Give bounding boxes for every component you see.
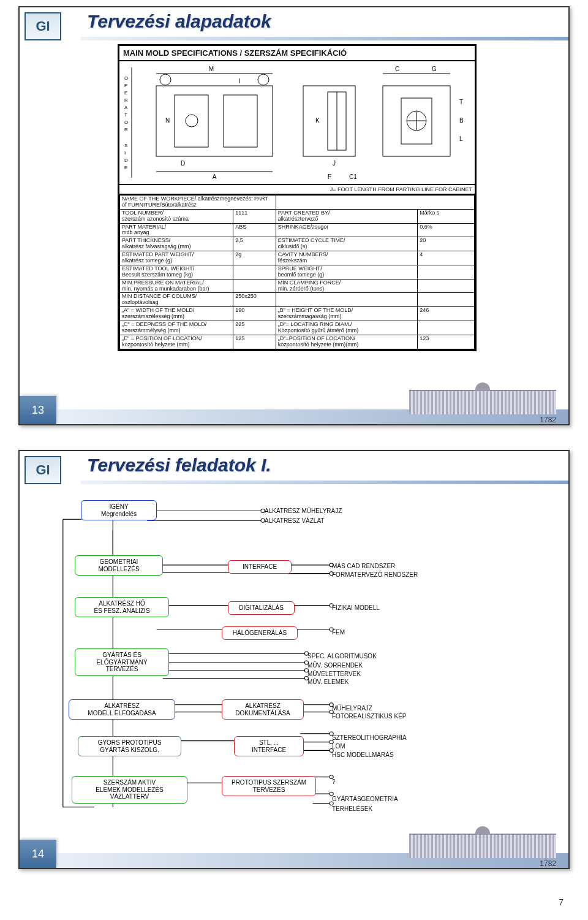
svg-point-16	[160, 74, 171, 85]
spec-cell: PART MATERIAL/ mdb anyag	[120, 223, 233, 237]
building-year: 1782	[540, 859, 556, 868]
svg-text:J: J	[333, 160, 336, 167]
spec-footnote: J= FOOT LENGTH FROM PARTING LINE FOR CAB…	[119, 185, 475, 195]
svg-text:S: S	[124, 143, 127, 148]
table-row: NAME OF THE WORKPIECE/ alkatrészmegnevez…	[120, 196, 475, 210]
spec-cell: SPRUE WEIGHT/ beömlő tömege (g)	[276, 265, 418, 279]
svg-text:K: K	[315, 117, 320, 124]
svg-text:G: G	[432, 66, 437, 72]
slide-13: GI Tervezési alapadatok MAIN MOLD SPECIF…	[18, 6, 570, 425]
spec-cell: 246	[418, 307, 475, 321]
svg-text:O: O	[124, 75, 128, 81]
table-row: PART MATERIAL/ mdb anyagABSSHRINKAGE/zsu…	[120, 223, 475, 237]
box-ho: ALKATRÉSZ HŐÉS FESZ. ANALIZIS	[75, 597, 169, 617]
spec-cell	[418, 265, 475, 279]
spec-cell: TOOL NUMBER/ szerszám azonosító száma	[120, 209, 233, 223]
box-interface: INTERFACE	[228, 560, 292, 574]
mold-drawing-svg: O P E R A T O R S I D E	[119, 61, 475, 184]
svg-rect-15	[224, 95, 257, 147]
building-icon: 1782	[409, 390, 556, 420]
spec-cell: MIN.PRESSURE ON MATERIAL/ min. nyomás a …	[120, 279, 233, 293]
svg-text:T: T	[124, 112, 127, 118]
slide-header: GI Tervezési alapadatok	[20, 7, 568, 44]
spec-cell: 190	[233, 307, 276, 321]
svg-rect-14	[175, 95, 208, 147]
label-lom: LOM	[332, 743, 345, 750]
spec-table: NAME OF THE WORKPIECE/ alkatrészmegnevez…	[119, 195, 475, 349]
table-row: MIN DISTANCE OF COLUMS/ oszloptávolság25…	[120, 293, 475, 307]
label-question: ?	[332, 778, 336, 785]
logo-icon: GI	[24, 12, 61, 40]
title-underline	[81, 481, 568, 484]
label-spec-alg: SPEC. ALGORITMUSOK	[307, 653, 377, 660]
svg-text:A: A	[124, 105, 128, 110]
svg-text:D: D	[181, 160, 185, 167]
spec-cell	[233, 279, 276, 293]
svg-text:B: B	[459, 117, 464, 124]
svg-text:E: E	[124, 90, 127, 96]
box-halogeneralas: HÁLÓGENERÁLÁS	[222, 626, 298, 640]
label-fem: FEM	[332, 629, 345, 636]
spec-cell	[276, 196, 474, 210]
page-number: 13	[20, 396, 56, 424]
label-fotoreal: FOTOREALISZTIKUS KÉP	[332, 713, 407, 720]
label-formatervezo: FORMATERVEZŐ RENDSZER	[332, 571, 418, 578]
svg-point-18	[186, 115, 198, 127]
spec-cell: SHRINKAGE/zsugor	[276, 223, 418, 237]
box-szerszam: SZERSZÁM AKTIVELEMEK MODELLEZÉSVÁZLATTER…	[72, 776, 187, 804]
box-igeny: IGÉNYMegrendelés	[81, 500, 157, 520]
slide-title: Tervezési feladatok I.	[87, 455, 271, 476]
table-row: PART THICKNESS/ alkatrész falvastagság (…	[120, 237, 475, 251]
svg-text:E: E	[124, 165, 127, 170]
spec-cell: NAME OF THE WORKPIECE/ alkatrészmegnevez…	[120, 196, 276, 210]
svg-text:A: A	[213, 173, 217, 180]
spec-cell	[276, 293, 418, 307]
spec-cell: PART CREATED BY/ alkatrésztervező	[276, 209, 418, 223]
box-modell-elf: ALKATRÉSZMODELL ELFOGADÁSA	[69, 699, 175, 720]
spec-cell: 1111	[233, 209, 276, 223]
slide-header: GI Tervezési feladatok I.	[20, 451, 568, 488]
box-digitalizalas: DIGITALIZÁLÁS	[228, 601, 295, 615]
svg-text:M: M	[209, 66, 214, 72]
slide-title: Tervezési alapadatok	[87, 11, 271, 32]
label-sztereo: SZTEREOLITHOGRAPHIA	[332, 734, 407, 741]
spec-cell: 0,6%	[418, 223, 475, 237]
spec-cell: „B" = HEIGHT OF THE MOLD/ szerszámmagass…	[276, 307, 418, 321]
slide-14: GI Tervezési feladatok I.	[18, 450, 570, 869]
box-gyors: GYORS PROTOTIPUSGYÁRTÁS KISZOLG.	[78, 736, 181, 756]
slide-footer: 14 1782	[20, 840, 568, 868]
spec-heading: MAIN MOLD SPECIFICATIONS / SZERSZÁM SPEC…	[119, 46, 475, 61]
spec-cell: ABS	[233, 223, 276, 237]
spec-cell: MIN DISTANCE OF COLUMS/ oszloptávolság	[120, 293, 233, 307]
label-muv-elemek: MŰV. ELEMEK	[307, 679, 349, 685]
svg-point-17	[258, 74, 269, 85]
mold-spec-sheet: MAIN MOLD SPECIFICATIONS / SZERSZÁM SPEC…	[118, 44, 477, 351]
spec-drawing: O P E R A T O R S I D E	[119, 61, 475, 185]
spec-cell: 250x250	[233, 293, 276, 307]
slide-footer: 13 1782	[20, 396, 568, 424]
box-geometriai: GEOMETRIAIMODELLEZÉS	[75, 555, 163, 576]
label-muhelyrajz: ALKATRÉSZ MŰHELYRAJZ	[265, 508, 342, 514]
spec-cell: 125	[233, 335, 276, 349]
table-row: „A" = WIDTH OF THE MOLD/ szerszámszéless…	[120, 307, 475, 321]
table-row: MIN.PRESSURE ON MATERIAL/ min. nyomás a …	[120, 279, 475, 293]
label-muv-tervek: MŰVELETTERVEK	[307, 671, 361, 677]
spec-cell: CAVITY NUMBERS/ fészekszám	[276, 251, 418, 265]
label-muhelyrajz2: MŰHELYRAJZ	[332, 705, 372, 712]
svg-rect-13	[156, 86, 273, 156]
building-year: 1782	[540, 416, 556, 424]
svg-rect-26	[303, 86, 355, 156]
svg-text:D: D	[124, 158, 128, 163]
svg-text:P: P	[124, 83, 127, 88]
svg-text:F: F	[328, 173, 331, 180]
label-muv-sorrendek: MŰV. SORRENDEK	[307, 662, 363, 669]
spec-cell: 2g	[233, 251, 276, 265]
spec-cell	[418, 321, 475, 335]
spec-cell: „D"= LOCATING RING DIAM./ Központosító g…	[276, 321, 418, 335]
svg-text:R: R	[124, 127, 128, 132]
spec-cell: 2,5	[233, 237, 276, 251]
svg-text:T: T	[459, 99, 463, 105]
spec-cell: „E" = POSITION OF LOCATION/ központosító…	[120, 335, 233, 349]
spec-cell: 20	[418, 237, 475, 251]
spec-cell: ESTIMATED TOOL WEIGHT/ Becsült szerszám …	[120, 265, 233, 279]
